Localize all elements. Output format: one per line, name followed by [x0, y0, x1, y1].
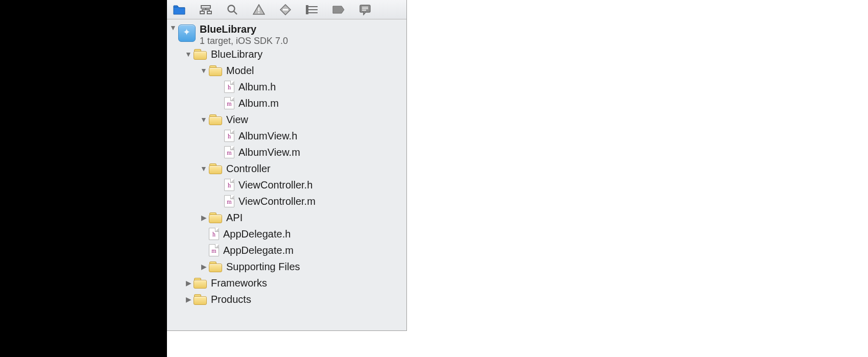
svg-rect-0: [174, 6, 178, 7]
tree-folder[interactable]: Products: [167, 291, 406, 307]
tree-item-label: AlbumView.m: [238, 147, 300, 158]
disclosure-triangle-icon[interactable]: [200, 66, 208, 75]
header-file-icon: [224, 179, 234, 191]
symbol-navigator-tab-icon[interactable]: [199, 3, 213, 16]
tree-folder[interactable]: Controller: [167, 160, 406, 177]
tree-item-label: Controller: [226, 163, 271, 175]
svg-rect-9: [306, 12, 308, 14]
svg-rect-8: [306, 9, 308, 11]
disclosure-triangle-icon[interactable]: [200, 164, 208, 173]
xcode-project-icon: [178, 25, 196, 42]
tree-item-label: BlueLibrary: [211, 49, 262, 60]
tree-item-label: View: [226, 114, 248, 126]
svg-point-5: [258, 12, 259, 13]
disclosure-triangle-icon[interactable]: [169, 23, 177, 32]
tree-item-label: ViewController.m: [238, 196, 316, 207]
sidebar-black-area: [0, 0, 167, 357]
project-tree: BlueLibrary 1 target, iOS SDK 7.0 BlueLi…: [167, 19, 406, 307]
folder-icon: [194, 294, 207, 305]
folder-icon: [209, 261, 222, 272]
svg-rect-7: [306, 6, 308, 8]
tree-folder[interactable]: Supporting Files: [167, 258, 406, 275]
tree-file[interactable]: AppDelegate.m: [167, 242, 406, 258]
tree-file[interactable]: ViewController.h: [167, 177, 406, 193]
svg-rect-2: [200, 11, 204, 14]
tree-folder[interactable]: View: [167, 111, 406, 128]
disclosure-triangle-icon[interactable]: [184, 279, 192, 287]
tree-item-label: AppDelegate.m: [223, 245, 294, 256]
tree-item-label: AlbumView.h: [238, 130, 297, 142]
svg-rect-3: [207, 11, 211, 14]
header-file-icon: [224, 130, 234, 142]
tree-item-label: ViewController.h: [238, 179, 312, 191]
implementation-file-icon: [209, 244, 219, 256]
disclosure-triangle-icon[interactable]: [184, 50, 192, 58]
folder-icon: [209, 65, 222, 76]
issue-navigator-tab-icon[interactable]: [252, 3, 266, 16]
tree-item-label: Album.m: [238, 98, 279, 109]
test-navigator-tab-icon[interactable]: [278, 3, 293, 16]
implementation-file-icon: [224, 97, 234, 109]
folder-icon: [209, 163, 222, 174]
breakpoint-navigator-tab-icon[interactable]: [331, 3, 346, 16]
search-navigator-tab-icon[interactable]: [225, 3, 239, 16]
project-subtitle: 1 target, iOS SDK 7.0: [200, 36, 288, 46]
header-file-icon: [224, 81, 234, 93]
svg-rect-1: [201, 6, 210, 8]
project-navigator-tab-icon[interactable]: [172, 3, 186, 16]
project-root[interactable]: BlueLibrary 1 target, iOS SDK 7.0: [167, 22, 406, 46]
header-file-icon: [209, 228, 219, 240]
tree-file[interactable]: Album.h: [167, 79, 406, 95]
tree-item-label: API: [226, 212, 243, 224]
folder-icon: [194, 278, 207, 289]
implementation-file-icon: [224, 146, 234, 158]
folder-icon: [209, 114, 222, 125]
disclosure-triangle-icon[interactable]: [200, 213, 208, 222]
tree-folder[interactable]: BlueLibrary: [167, 46, 406, 62]
folder-icon: [194, 49, 207, 60]
tree-item-label: Products: [211, 294, 251, 305]
disclosure-triangle-icon[interactable]: [200, 115, 208, 124]
tree-item-label: Supporting Files: [226, 261, 300, 273]
folder-icon: [209, 212, 222, 223]
navigator-toolbar: [167, 0, 406, 19]
tree-file[interactable]: AppDelegate.h: [167, 226, 406, 242]
tree-file[interactable]: ViewController.m: [167, 193, 406, 209]
log-navigator-tab-icon[interactable]: [358, 3, 372, 16]
tree-folder[interactable]: Frameworks: [167, 275, 406, 291]
tree-item-label: AppDelegate.h: [223, 228, 291, 240]
tree-item-label: Model: [226, 65, 254, 77]
debug-navigator-tab-icon[interactable]: [305, 3, 319, 16]
tree-folder[interactable]: API: [167, 209, 406, 226]
disclosure-triangle-icon[interactable]: [200, 263, 208, 271]
tree-item-label: Frameworks: [211, 277, 267, 289]
tree-file[interactable]: AlbumView.h: [167, 128, 406, 144]
tree-file[interactable]: Album.m: [167, 95, 406, 111]
svg-point-4: [228, 5, 235, 12]
project-name: BlueLibrary: [200, 23, 288, 35]
tree-folder[interactable]: Model: [167, 62, 406, 79]
svg-rect-6: [283, 9, 288, 10]
implementation-file-icon: [224, 195, 234, 207]
tree-item-label: Album.h: [238, 81, 276, 93]
disclosure-triangle-icon[interactable]: [184, 295, 192, 303]
tree-file[interactable]: AlbumView.m: [167, 144, 406, 160]
project-navigator-panel: BlueLibrary 1 target, iOS SDK 7.0 BlueLi…: [167, 0, 407, 331]
